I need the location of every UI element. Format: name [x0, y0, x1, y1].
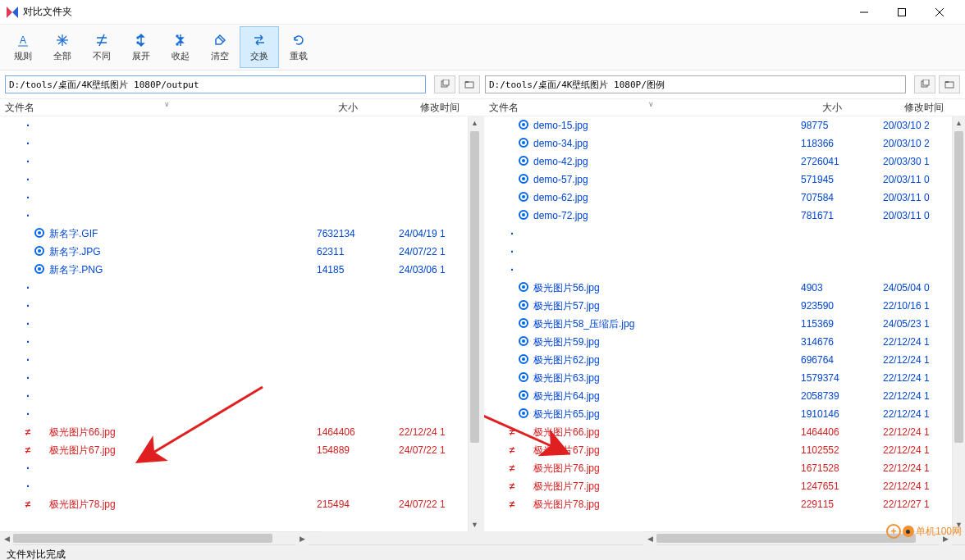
file-row[interactable]: ≠极光图片66.jpg146440622/12/24 1 — [484, 423, 952, 441]
scroll-down-icon[interactable]: ▼ — [469, 518, 481, 531]
toolbar-expand-button[interactable]: 展开 — [121, 26, 161, 68]
target-file-icon — [519, 318, 530, 330]
file-row[interactable]: 极光图片57.jpg92359022/10/16 1 — [484, 297, 952, 315]
file-row[interactable]: ≠极光图片67.jpg110255222/12/24 1 — [484, 441, 952, 459]
file-row[interactable]: · — [484, 225, 952, 243]
file-row[interactable]: demo-34.jpg11836620/03/10 2 — [484, 134, 952, 153]
file-row[interactable]: ≠极光图片77.jpg124765122/12/24 1 — [484, 477, 952, 495]
left-copy-path-button[interactable] — [434, 75, 455, 93]
file-row[interactable]: · — [484, 243, 952, 261]
file-row[interactable]: 极光图片56.jpg490324/05/04 0 — [484, 279, 952, 297]
file-row[interactable]: · — [0, 387, 468, 405]
file-row[interactable]: · — [0, 351, 468, 369]
file-date: 24/07/22 1 — [399, 444, 468, 456]
scroll-up-icon[interactable]: ▲ — [953, 116, 965, 130]
file-row[interactable]: ≠极光图片67.jpg15488924/07/22 1 — [0, 441, 468, 459]
file-row[interactable]: · — [0, 207, 468, 225]
file-row[interactable]: demo-15.jpg9877520/03/10 2 — [484, 116, 952, 134]
scroll-thumb[interactable] — [954, 131, 963, 443]
file-row[interactable]: 极光图片59.jpg31467622/12/24 1 — [484, 333, 952, 351]
file-date: 20/03/11 0 — [883, 192, 952, 203]
file-row[interactable]: 极光图片62.jpg69676422/12/24 1 — [484, 351, 952, 369]
toolbar-all-button[interactable]: 全部 — [43, 26, 82, 68]
file-row[interactable]: demo-72.jpg78167120/03/11 0 — [484, 207, 952, 225]
file-row[interactable]: ≠极光图片78.jpg21549424/07/22 1 — [0, 495, 468, 513]
toolbar-rules-button[interactable]: A规则 — [3, 26, 43, 68]
file-row[interactable]: ≠极光图片76.jpg167152822/12/24 1 — [484, 459, 952, 477]
minimize-button[interactable] — [845, 0, 883, 25]
svg-rect-27 — [945, 82, 954, 88]
file-row[interactable]: · — [0, 116, 468, 134]
file-name: 极光图片64.jpg — [533, 389, 801, 403]
file-row[interactable]: · — [0, 171, 468, 189]
file-row[interactable]: · — [0, 405, 468, 423]
toolbar-collapse-button[interactable]: 收起 — [161, 26, 200, 68]
file-row[interactable]: 极光图片58_压缩后.jpg11536924/05/23 1 — [484, 315, 952, 333]
file-row[interactable]: · — [0, 333, 468, 351]
file-row[interactable]: · — [0, 369, 468, 387]
file-row[interactable]: ≠极光图片66.jpg146440622/12/24 1 — [0, 423, 468, 441]
right-scrollbar[interactable]: ▲ ▼ — [952, 116, 965, 531]
file-row[interactable]: 极光图片65.jpg191014622/12/24 1 — [484, 405, 952, 423]
watermark: + 单机100网 — [886, 524, 962, 539]
scroll-up-icon[interactable]: ▲ — [469, 116, 481, 130]
right-path-input[interactable] — [485, 75, 906, 93]
file-row[interactable]: 极光图片63.jpg157937422/12/24 1 — [484, 369, 952, 387]
scroll-left-icon[interactable]: ◀ — [643, 532, 656, 545]
scroll-thumb[interactable] — [470, 131, 479, 443]
file-row[interactable]: · — [0, 279, 468, 297]
right-file-list[interactable]: demo-15.jpg9877520/03/10 2demo-34.jpg118… — [484, 116, 952, 531]
file-name: 极光图片78.jpg — [49, 498, 317, 512]
file-row[interactable]: 新名字.PNG1418524/03/06 1 — [0, 261, 468, 279]
file-date: 24/03/06 1 — [399, 264, 468, 275]
file-row[interactable]: demo-62.jpg70758420/03/11 0 — [484, 189, 952, 207]
file-row[interactable]: 新名字.GIF763213424/04/19 1 — [0, 225, 468, 243]
file-row[interactable]: · — [0, 153, 468, 171]
scroll-left-icon[interactable]: ◀ — [0, 532, 13, 545]
maximize-button[interactable] — [883, 0, 921, 25]
right-copy-path-button[interactable] — [914, 75, 935, 93]
toolbar-label: 展开 — [132, 50, 150, 62]
file-size: 98775 — [801, 120, 883, 131]
right-col-size[interactable]: 大小 — [817, 99, 899, 116]
file-row[interactable]: · — [0, 134, 468, 153]
diff-marker-icon: ≠ — [507, 426, 517, 438]
file-row[interactable]: demo-57.jpg57194520/03/11 0 — [484, 171, 952, 189]
file-row[interactable]: · — [0, 459, 468, 477]
file-size: 7632134 — [317, 228, 399, 239]
right-browse-button[interactable] — [939, 75, 960, 93]
file-row[interactable]: 极光图片64.jpg205873922/12/24 1 — [484, 387, 952, 405]
target-file-icon — [34, 228, 46, 239]
file-row[interactable]: · — [0, 189, 468, 207]
left-col-date[interactable]: 修改时间 — [415, 99, 481, 116]
file-row[interactable]: · — [0, 315, 468, 333]
toolbar-reload-button[interactable]: 重载 — [279, 26, 318, 68]
file-name: 极光图片67.jpg — [533, 444, 801, 458]
left-scrollbar[interactable]: ▲ ▼ — [468, 116, 481, 531]
left-browse-button[interactable] — [459, 75, 480, 93]
right-col-date[interactable]: 修改时间 — [899, 99, 965, 116]
file-row[interactable]: demo-42.jpg272604120/03/30 1 — [484, 153, 952, 171]
left-path-input[interactable] — [5, 75, 426, 93]
file-date: 20/03/10 2 — [883, 120, 952, 131]
target-file-icon — [519, 372, 530, 384]
close-button[interactable] — [921, 0, 958, 25]
file-date: 22/12/24 1 — [883, 462, 952, 474]
left-file-list[interactable]: ······新名字.GIF763213424/04/19 1新名字.JPG623… — [0, 116, 468, 531]
file-row[interactable]: 新名字.JPG6231124/07/22 1 — [0, 243, 468, 261]
file-size: 2726041 — [801, 156, 883, 167]
file-row[interactable]: · — [484, 261, 952, 279]
left-col-size[interactable]: 大小 — [333, 99, 415, 116]
hscroll-thumb[interactable] — [13, 534, 272, 543]
toolbar-diff-button[interactable]: 不同 — [82, 26, 121, 68]
file-row[interactable]: · — [0, 297, 468, 315]
left-hscroll[interactable]: ◀ ▶ — [0, 531, 322, 544]
file-size: 1102552 — [801, 444, 883, 456]
toolbar-swap-button[interactable]: 交换 — [240, 26, 279, 68]
file-row[interactable]: · — [0, 477, 468, 495]
toolbar-clear-button[interactable]: 清空 — [200, 26, 240, 68]
file-name: demo-15.jpg — [533, 120, 801, 131]
hscroll-thumb[interactable] — [656, 534, 916, 543]
scroll-right-icon[interactable]: ▶ — [295, 532, 309, 545]
file-row[interactable]: ≠极光图片78.jpg22911522/12/27 1 — [484, 495, 952, 513]
